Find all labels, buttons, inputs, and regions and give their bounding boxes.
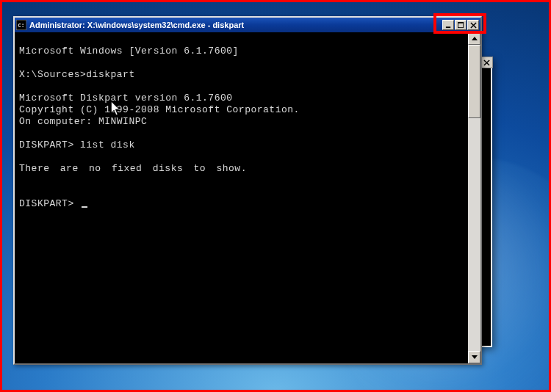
svg-text:c:: c: — [18, 22, 25, 29]
terminal-line: Microsoft Diskpart version 6.1.7600 — [19, 92, 233, 104]
window-controls — [442, 20, 479, 30]
terminal-output[interactable]: Microsoft Windows [Version 6.1.7600] X:\… — [15, 32, 480, 223]
scroll-up-button[interactable] — [468, 32, 480, 45]
scroll-down-button[interactable] — [468, 351, 480, 363]
maximize-icon — [458, 22, 464, 29]
close-icon — [483, 59, 490, 66]
minimize-icon — [445, 22, 452, 29]
close-button[interactable] — [467, 20, 479, 30]
text-cursor — [82, 206, 87, 208]
vertical-scrollbar[interactable] — [468, 32, 480, 363]
scroll-thumb[interactable] — [468, 45, 480, 118]
chevron-up-icon — [472, 37, 478, 40]
terminal-line: X:\Sources>diskpart — [19, 69, 135, 80]
terminal-line: DISKPART> list disk — [19, 139, 135, 150]
cmd-window: c: Administrator: X:\windows\system32\cm… — [13, 16, 482, 365]
terminal-line: Copyright (C) 1999-2008 Microsoft Corpor… — [19, 104, 300, 115]
terminal-line: There are no fixed disks to show. — [19, 163, 247, 174]
maximize-button[interactable] — [455, 20, 467, 30]
chevron-down-icon — [472, 355, 478, 359]
svg-rect-4 — [458, 22, 464, 23]
svg-rect-2 — [445, 26, 450, 28]
terminal-prompt: DISKPART> — [19, 198, 80, 209]
close-icon — [470, 22, 477, 29]
window-title: Administrator: X:\windows\system32\cmd.e… — [29, 21, 442, 29]
titlebar[interactable]: c: Administrator: X:\windows\system32\cm… — [15, 18, 480, 32]
terminal-line: On computer: MINWINPC — [19, 116, 147, 127]
terminal-line: Microsoft Windows [Version 6.1.7600] — [19, 46, 239, 57]
minimize-button[interactable] — [442, 20, 454, 30]
cmd-icon: c: — [16, 20, 26, 30]
